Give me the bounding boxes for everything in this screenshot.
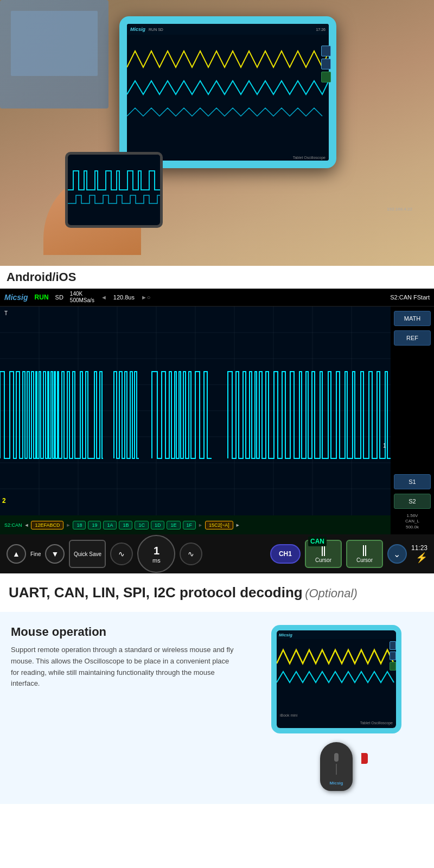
decode-bar: S2:CAN ◄ 12EFABCD ► 18 19 1A 1B 1C 1D 1E… bbox=[0, 515, 391, 534]
mouse-center-line bbox=[336, 764, 337, 775]
uart-section: UART, CAN, LIN, SPI, I2C protocol decodi… bbox=[0, 573, 434, 612]
osc-trigger-info: S2:CAN FStart bbox=[390, 294, 430, 301]
menu-expand-button[interactable]: ⌄ bbox=[387, 544, 407, 564]
mouse-operation-title: Mouse operation bbox=[11, 625, 239, 639]
product-photo: Micsig RUN SD 17:26 bbox=[0, 0, 434, 266]
decode-frame-18: 18 bbox=[73, 521, 86, 529]
mouse-image-area: Micsig iBook mini Tablet Oscilloscope bbox=[250, 625, 423, 791]
mini-ibook-label: iBook mini bbox=[280, 713, 297, 717]
can-label: CAN bbox=[308, 537, 327, 546]
fine-down-button[interactable]: ▼ bbox=[45, 544, 65, 564]
decode-frame-1c: 1C bbox=[135, 521, 149, 529]
waveform-sine-left[interactable]: ∿ bbox=[110, 542, 133, 565]
mini-logo: Micsig bbox=[279, 633, 292, 637]
math-button[interactable]: MATH bbox=[394, 311, 431, 326]
osc-display-area: T 1 2 S2:CAN ◄ 12EFABCD ► 18 19 1A 1B 1C… bbox=[0, 307, 434, 534]
osc-waveform-canvas: T 1 2 S2:CAN ◄ 12EFABCD ► 18 19 1A 1B 1C… bbox=[0, 307, 391, 534]
mouse-section: Mouse operation Support remote operation… bbox=[0, 612, 434, 804]
decode-frame-1f: 1F bbox=[183, 521, 196, 529]
decode-frame-1e: 1E bbox=[167, 521, 180, 529]
svg-text:1: 1 bbox=[383, 443, 386, 449]
mouse-body-shape: Micsig bbox=[320, 742, 353, 791]
uart-optional-text: (Optional) bbox=[305, 586, 358, 600]
osc-bottom-controls: ▲ Fine ▼ Quick Save ∿ 1 ms ∿ CH1 Cursor bbox=[0, 534, 434, 573]
decode-prefix: S2:CAN bbox=[4, 522, 22, 528]
mouse-peripheral-icon: Micsig bbox=[309, 742, 363, 791]
osc-clock-display: 11:23 ⚡ bbox=[411, 544, 427, 564]
fine-up-button[interactable]: ▲ bbox=[7, 544, 26, 564]
timebase-knob[interactable]: 1 ms bbox=[137, 535, 175, 573]
s2-button[interactable]: S2 bbox=[394, 494, 431, 509]
osc-run-status: RUN bbox=[35, 293, 49, 301]
mouse-text-area: Mouse operation Support remote operation… bbox=[11, 625, 239, 690]
waveform-sine-right[interactable]: ∿ bbox=[180, 542, 202, 565]
ref-button[interactable]: REF bbox=[394, 330, 431, 346]
osc-divider-arrow: ◄ bbox=[101, 294, 107, 301]
fine-label: Fine bbox=[30, 551, 41, 557]
oscilloscope-section: Micsig RUN SD 140K 500MSa/s ◄ 120.8us ►○… bbox=[0, 289, 434, 573]
mouse-side-button bbox=[361, 753, 368, 764]
mouse-tablet-image: Micsig iBook mini Tablet Oscilloscope bbox=[271, 625, 401, 733]
decode-frame-main: 12EFABCD bbox=[31, 521, 63, 529]
android-ios-label: Android/iOS bbox=[0, 266, 434, 289]
osc-logo: Micsig bbox=[4, 293, 28, 302]
osc-arrow-right: ►○ bbox=[141, 294, 151, 301]
decode-frame-19: 19 bbox=[88, 521, 101, 529]
cursor2-button[interactable]: Cursor bbox=[346, 540, 383, 568]
s1-button[interactable]: S1 bbox=[394, 474, 431, 489]
osc-sd-label: SD bbox=[55, 294, 63, 301]
decode-frame-1a: 1A bbox=[103, 521, 117, 529]
decode-frame-1b: 1B bbox=[119, 521, 132, 529]
decode-frame-1d: 1D bbox=[151, 521, 165, 529]
osc-timebase: 120.8us bbox=[113, 294, 135, 301]
channel-marker-2: 2 bbox=[2, 497, 6, 505]
decode-arrow-right1: ► bbox=[66, 522, 71, 528]
decode-arrow-right2: ► bbox=[198, 522, 203, 528]
mouse-scroll-wheel bbox=[334, 753, 339, 762]
mouse-brand-label: Micsig bbox=[320, 781, 353, 786]
decode-frame-last: 15C2[~A] bbox=[205, 521, 233, 529]
osc-sample-rate: 140K 500MSa/s bbox=[70, 291, 94, 304]
decode-arrow-left: ◄ bbox=[24, 522, 29, 528]
s2-info: 1.56V CAN_L 500.0k bbox=[405, 513, 419, 530]
svg-text:T: T bbox=[4, 310, 8, 316]
mouse-tablet-screen: Micsig iBook mini Tablet Oscilloscope bbox=[277, 630, 396, 728]
quick-save-button[interactable]: Quick Save bbox=[69, 540, 106, 568]
mini-osc-label: Tablet Oscilloscope bbox=[360, 721, 393, 725]
osc-sidebar: MATH REF S1 S2 1.56V CAN_L 500.0k bbox=[391, 307, 434, 534]
ch1-button[interactable]: CH1 bbox=[270, 544, 301, 564]
decode-arrow-right3: ► bbox=[235, 522, 240, 528]
mouse-operation-desc: Support remote operation through a stand… bbox=[11, 644, 239, 690]
osc-header: Micsig RUN SD 140K 500MSa/s ◄ 120.8us ►○… bbox=[0, 289, 434, 307]
uart-title: UART, CAN, LIN, SPI, I2C protocol decodi… bbox=[9, 584, 303, 601]
